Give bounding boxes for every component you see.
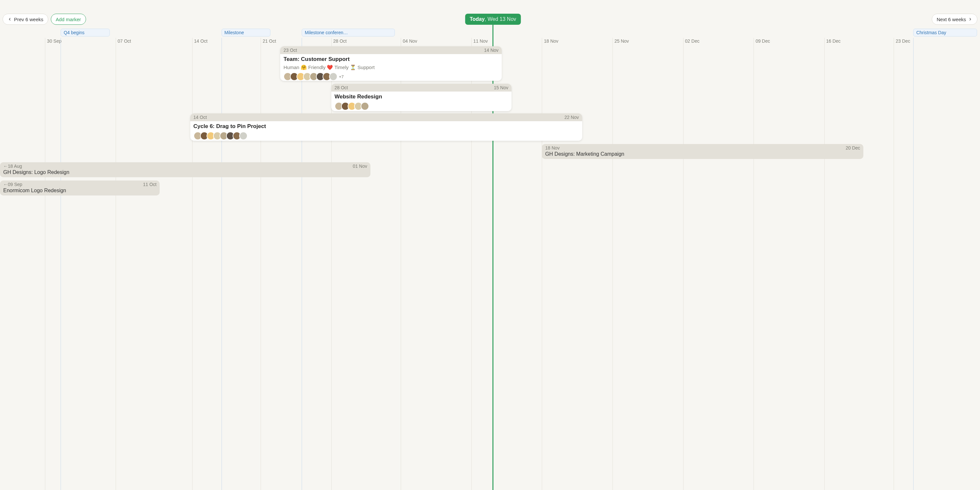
- card-start-date: ←09 Sep: [3, 182, 22, 187]
- toolbar-left: Prev 6 weeks Add marker: [3, 14, 86, 25]
- card-title: GH Designs: Logo Redesign: [3, 169, 367, 175]
- card-body: Cycle 6: Drag to Pin Project: [190, 121, 582, 141]
- card-title: GH Designs: Marketing Campaign: [545, 151, 860, 157]
- avatar-stack: [194, 132, 579, 140]
- card-date-range: 14 Oct22 Nov: [190, 113, 582, 121]
- prev-weeks-label: Prev 6 weeks: [14, 17, 43, 22]
- add-marker-label: Add marker: [56, 17, 81, 22]
- card-title: Team: Customer Support: [283, 56, 498, 62]
- card-body: Team: Customer SupportHuman 🤗 Friendly ❤…: [280, 54, 502, 81]
- avatar: [329, 72, 337, 81]
- next-weeks-label: Next 6 weeks: [937, 17, 966, 22]
- avatar: [361, 102, 369, 110]
- card-start-date: 28 Oct: [335, 85, 348, 90]
- card-date-range: ←18 Aug01 Nov: [3, 164, 367, 169]
- next-weeks-button[interactable]: Next 6 weeks: [932, 14, 977, 25]
- timeline-card-cycle-6[interactable]: 14 Oct22 NovCycle 6: Drag to Pin Project: [190, 113, 582, 141]
- card-end-date: 22 Nov: [564, 115, 579, 120]
- card-start-date: 18 Nov: [545, 145, 559, 151]
- card-body: Website Redesign: [331, 92, 512, 111]
- card-end-date: 11 Oct: [143, 182, 156, 187]
- card-end-date: 15 Nov: [494, 85, 508, 90]
- card-date-range: 28 Oct15 Nov: [331, 84, 512, 92]
- card-start-date: 23 Oct: [283, 48, 297, 53]
- timeline-card-website-redesign[interactable]: 28 Oct15 NovWebsite Redesign: [331, 84, 512, 111]
- marker-row: Q4 beginsMilestoneMilestone conferen…Chr…: [0, 29, 980, 37]
- today-pill[interactable]: Today , Wed 13 Nov: [465, 14, 521, 25]
- card-title: Website Redesign: [335, 94, 508, 100]
- card-end-date: 14 Nov: [484, 48, 498, 53]
- timeline-flatcard-marketing-campaign[interactable]: 18 Nov20 DecGH Designs: Marketing Campai…: [542, 144, 863, 159]
- card-title: Enormicom Logo Redesign: [3, 188, 156, 194]
- card-subtitle: Human 🤗 Friendly ❤️ Timely ⏳ Support: [283, 65, 498, 70]
- card-start-date: 14 Oct: [194, 115, 207, 120]
- avatar: [239, 132, 248, 140]
- avatar-more: +7: [339, 74, 344, 79]
- card-end-date: 01 Nov: [353, 164, 367, 169]
- card-title: Cycle 6: Drag to Pin Project: [194, 123, 579, 130]
- timeline-flatcard-logo-redesign[interactable]: ←18 Aug01 NovGH Designs: Logo Redesign: [0, 162, 371, 177]
- marker-chip[interactable]: Q4 begins: [60, 29, 110, 37]
- card-date-range: ←09 Sep11 Oct: [3, 182, 156, 187]
- card-end-date: 20 Dec: [846, 145, 860, 151]
- today-label-rest: , Wed 13 Nov: [485, 16, 516, 22]
- avatar-stack: [335, 102, 508, 110]
- avatar-stack: +7: [283, 72, 498, 81]
- timeline-cards: 23 Oct14 NovTeam: Customer SupportHuman …: [0, 46, 980, 490]
- timeline-card-customer-support[interactable]: 23 Oct14 NovTeam: Customer SupportHuman …: [280, 46, 502, 81]
- card-start-date: ←18 Aug: [3, 164, 22, 169]
- card-date-range: 18 Nov20 Dec: [545, 145, 860, 151]
- marker-chip[interactable]: Milestone: [221, 29, 270, 37]
- add-marker-button[interactable]: Add marker: [51, 14, 86, 25]
- marker-chip[interactable]: Christmas Day: [913, 29, 977, 37]
- arrow-right-icon: [968, 17, 972, 22]
- marker-chip[interactable]: Milestone conferen…: [302, 29, 395, 37]
- timeline-flatcard-enormicom[interactable]: ←09 Sep11 OctEnormicom Logo Redesign: [0, 180, 160, 196]
- arrow-left-icon: [8, 17, 12, 22]
- today-label-bold: Today: [470, 16, 485, 22]
- toolbar-right: Next 6 weeks: [932, 14, 977, 25]
- card-date-range: 23 Oct14 Nov: [280, 46, 502, 54]
- prev-weeks-button[interactable]: Prev 6 weeks: [3, 14, 48, 25]
